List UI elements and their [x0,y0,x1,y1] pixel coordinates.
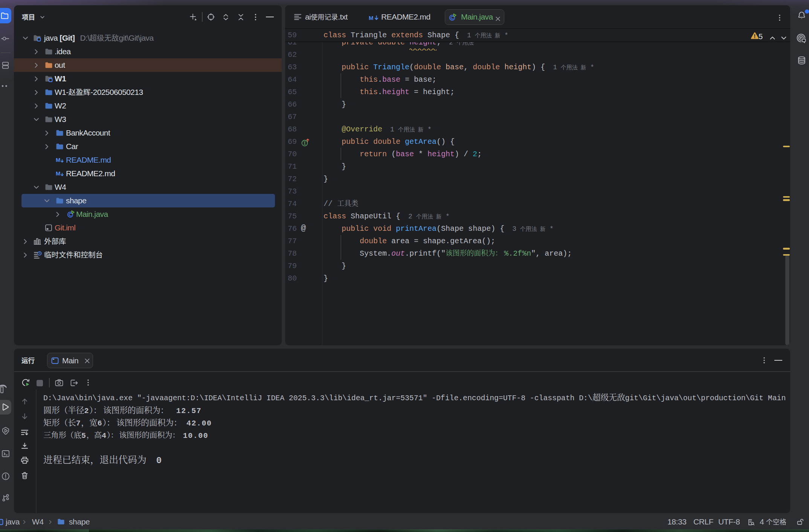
svg-text:M: M [56,157,60,163]
svg-text:M: M [369,15,374,21]
svg-text:M: M [56,170,60,177]
